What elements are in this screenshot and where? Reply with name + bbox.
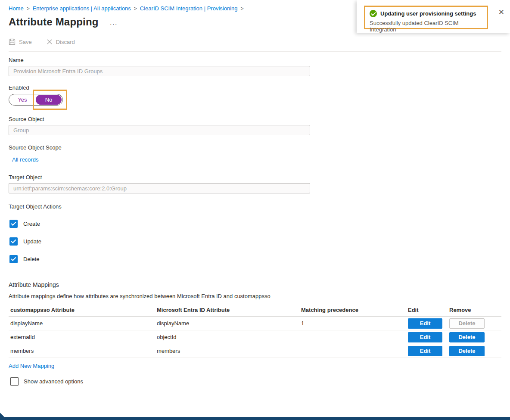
breadcrumb-clearid-scim-provisioning[interactable]: ClearID SCIM Integration | Provisioning (140, 5, 238, 12)
create-action-row: Create (9, 220, 510, 228)
enabled-label: Enabled (9, 84, 510, 91)
table-header-row: customappsso Attribute Microsoft Entra I… (9, 304, 501, 317)
footer-wedge (0, 413, 4, 417)
add-new-mapping-link[interactable]: Add New Mapping (9, 363, 54, 369)
target-object-actions-label: Target Object Actions (9, 203, 510, 210)
edit-mapping-button[interactable]: Edit (408, 332, 442, 342)
create-checkbox-label: Create (23, 221, 40, 227)
target-object-actions-group: Target Object Actions Create Update Dele… (9, 203, 510, 263)
app-attribute-cell: externalId (9, 334, 157, 340)
matching-precedence-cell: 1 (301, 320, 408, 327)
enabled-toggle-yes[interactable]: Yes (9, 96, 36, 103)
all-records-link[interactable]: All records (12, 156, 38, 163)
toast-title: Updating user provisioning settings (380, 10, 476, 17)
edit-mapping-button[interactable]: Edit (408, 318, 442, 329)
attribute-mapping-page: Home > Enterprise applications | All app… (0, 0, 510, 420)
more-menu-icon[interactable]: ··· (110, 17, 118, 28)
save-button[interactable]: Save (9, 38, 32, 45)
source-object-input[interactable]: Group (9, 125, 310, 135)
attribute-mappings-heading: Attribute Mappings (9, 281, 510, 288)
discard-button-label: Discard (56, 39, 75, 45)
breadcrumb-enterprise-applications[interactable]: Enterprise applications | All applicatio… (33, 5, 131, 12)
target-object-field-group: Target Object urn:ietf:params:scim:schem… (9, 174, 510, 193)
entra-attribute-cell: displayName (157, 320, 301, 327)
update-action-row: Update (9, 237, 510, 246)
form-content: Name Provision Microsoft Entra ID Groups… (0, 57, 510, 299)
table-row: displayName displayName 1 Edit Delete (9, 317, 501, 330)
target-object-label: Target Object (9, 174, 510, 180)
source-object-field-group: Source Object Group (9, 116, 510, 135)
discard-x-icon (47, 39, 53, 45)
col-header-app-attribute: customappsso Attribute (9, 307, 157, 313)
save-button-label: Save (19, 39, 32, 45)
col-header-entra-attribute: Microsoft Entra ID Attribute (157, 307, 301, 313)
name-input[interactable]: Provision Microsoft Entra ID Groups (9, 66, 310, 76)
name-label: Name (9, 57, 510, 63)
toolbar: Save Discard (9, 38, 501, 52)
page-title: Attribute Mapping (9, 16, 99, 28)
delete-mapping-button[interactable]: Delete (449, 332, 485, 342)
breadcrumb-home[interactable]: Home (9, 5, 24, 12)
source-object-label: Source Object (9, 116, 510, 122)
table-row: members members Edit Delete (9, 344, 501, 358)
delete-mapping-button[interactable]: Delete (449, 346, 485, 356)
create-checkbox[interactable] (9, 220, 18, 228)
target-object-input[interactable]: urn:ietf:params:scim:schemas:core:2.0:Gr… (9, 183, 310, 193)
app-attribute-cell: displayName (9, 320, 157, 327)
update-checkbox[interactable] (9, 237, 18, 246)
chevron-right-icon: > (27, 6, 30, 12)
discard-button[interactable]: Discard (47, 39, 75, 45)
save-icon (9, 38, 16, 45)
update-checkbox-label: Update (23, 238, 41, 245)
success-check-icon (370, 10, 377, 17)
toast-message: Successfully updated ClearID SCIM Integr… (370, 20, 482, 33)
name-field-group: Name Provision Microsoft Entra ID Groups (9, 57, 510, 76)
enabled-toggle-pill: Yes No (9, 94, 63, 106)
notification-toast: Updating user provisioning settings Succ… (357, 0, 510, 33)
col-header-edit: Edit (408, 307, 449, 313)
entra-attribute-cell: objectId (157, 334, 301, 340)
col-header-remove: Remove (449, 307, 501, 313)
enabled-toggle-no[interactable]: No (36, 95, 62, 105)
edit-mapping-button[interactable]: Edit (408, 346, 442, 356)
source-object-scope-group: Source Object Scope All records (9, 144, 510, 163)
advanced-options-row: Show advanced options (9, 377, 510, 386)
close-icon[interactable]: ✕ (498, 9, 504, 16)
chevron-right-icon: > (240, 6, 243, 12)
enabled-field-group: Enabled Yes No (9, 84, 510, 106)
delete-checkbox[interactable] (9, 255, 18, 263)
table-row: externalId objectId Edit Delete (9, 330, 501, 344)
show-advanced-options-label: Show advanced options (24, 378, 83, 385)
delete-mapping-button: Delete (449, 318, 485, 329)
app-attribute-cell: members (9, 348, 157, 354)
show-advanced-options-checkbox[interactable] (10, 377, 19, 386)
delete-action-row: Delete (9, 255, 510, 263)
footer-bar (0, 417, 510, 420)
source-object-scope-label: Source Object Scope (9, 144, 510, 151)
delete-checkbox-label: Delete (23, 256, 40, 262)
entra-attribute-cell: members (157, 348, 301, 354)
attribute-mappings-table: customappsso Attribute Microsoft Entra I… (9, 304, 501, 358)
enabled-toggle: Yes No (9, 94, 73, 106)
attribute-mappings-description: Attribute mappings define how attributes… (9, 293, 510, 299)
highlight-annotation-box: Updating user provisioning settings Succ… (364, 6, 488, 29)
col-header-matching-precedence: Matching precedence (301, 307, 408, 313)
chevron-right-icon: > (134, 6, 137, 12)
toast-title-row: Updating user provisioning settings (370, 10, 482, 17)
